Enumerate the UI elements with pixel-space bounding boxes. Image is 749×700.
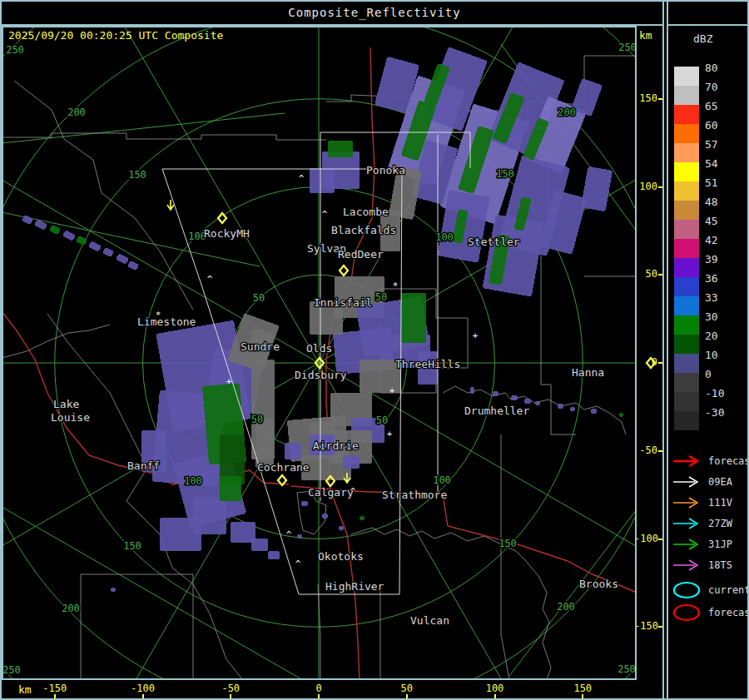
legend-row-111V: 111V: [672, 494, 732, 512]
legend-row-forecast: forecast: [672, 452, 749, 470]
reflectivity-echo: [535, 401, 540, 405]
bottom-axis-tick: [142, 694, 144, 700]
reflectivity-echo: [255, 418, 274, 468]
dbz-swatch-33: [674, 296, 699, 315]
ring-distance-label: 150: [496, 168, 514, 180]
city-label-rockymh: RockyMH: [204, 227, 250, 240]
dbz-value-label: 0: [705, 368, 738, 380]
ring-distance-label: 50: [376, 415, 388, 426]
dbz-value-label: 57: [705, 138, 738, 151]
dbz-value-label: 33: [705, 291, 738, 304]
reflectivity-echo: [558, 404, 563, 409]
legend-label: current: [708, 584, 749, 596]
legend-label: 31JP: [708, 539, 732, 550]
reflectivity-echo: [301, 501, 308, 506]
map-point-marker: ^: [299, 173, 305, 184]
reflectivity-echo: [251, 539, 268, 551]
ring-distance-label: 100: [184, 475, 202, 487]
reflectivity-echo: [297, 534, 302, 539]
reflectivity-echo: [111, 588, 116, 592]
reflectivity-echo: [470, 387, 474, 394]
dbz-swatch-39: [674, 258, 699, 277]
right-panel: dBZ 807065605754514845423936333020100-10…: [668, 26, 747, 680]
map-point-marker: ^: [350, 486, 356, 497]
dbz-swatch-36: [674, 277, 699, 296]
city-label-strathmore: Strathmore: [382, 489, 447, 501]
ring-distance-label: 50: [253, 292, 265, 304]
city-label-sundre: Sundre: [241, 340, 280, 353]
city-label-vulcan: Vulcan: [410, 614, 449, 627]
ring-distance-label: 200: [558, 107, 576, 118]
dbz-swatch-20: [674, 335, 699, 354]
bottom-axis-label: -100: [118, 683, 168, 694]
dbz-swatch-48: [674, 201, 699, 220]
track-arrow-icon: [672, 538, 703, 551]
city-label-threehills: ThreeHills: [395, 358, 460, 370]
dbz-value-label: 36: [705, 272, 738, 285]
city-label-banff: Banff: [127, 459, 160, 472]
city-label-louise: Louise: [51, 411, 90, 424]
bottom-axis-label: 0: [294, 683, 344, 694]
ring-distance-label: 100: [433, 474, 451, 486]
bottom-distance-axis: km -150-100-50050100150: [2, 680, 662, 700]
city-label-innisfail: Innisfail: [314, 296, 372, 309]
dbz-value-label: 39: [705, 253, 738, 266]
ring-distance-label: 150: [128, 169, 146, 181]
bottom-axis-label: -50: [206, 683, 255, 694]
dbz-value-label: 30: [705, 310, 738, 323]
window-title: Composite_Reflectivity: [2, 2, 747, 26]
reflectivity-echo: [591, 409, 597, 414]
right-axis-label: 150: [634, 92, 657, 104]
reflectivity-echo: [328, 141, 353, 157]
storm-ellipse-icon: [672, 603, 703, 622]
scale-title: dBZ: [693, 32, 712, 45]
dbz-swatch-54: [674, 162, 699, 181]
reflectivity-echo: [285, 443, 301, 459]
right-axis-label: 0: [634, 356, 657, 368]
city-label-drumheller: Drumheller: [464, 405, 529, 417]
bottom-axis-tick: [406, 694, 408, 700]
map-point-marker: *: [156, 310, 161, 320]
reflectivity-echo: [220, 476, 241, 501]
dbz-value-label: -10: [705, 387, 738, 400]
map-point-marker: ^: [207, 274, 213, 285]
dbz-value-label: 80: [705, 62, 738, 74]
city-label-hanna: Hanna: [572, 366, 604, 379]
city-label-lacombe: Lacombe: [343, 206, 389, 218]
ring-distance-label: 250: [618, 663, 636, 675]
dbz-value-label: 65: [705, 100, 738, 112]
city-label-cochrane: Cochrane: [257, 461, 310, 474]
dbz-swatch-70: [674, 86, 699, 105]
city-label-ponoka: Ponoka: [366, 164, 405, 176]
bottom-axis-tick: [230, 694, 231, 700]
dbz-swatch-51: [674, 181, 699, 201]
map-point-marker: +: [226, 376, 232, 387]
city-label-okotoks: Okotoks: [318, 550, 364, 563]
radar-map-canvas[interactable]: 2502001501005050100150200250501001502002…: [2, 26, 664, 680]
right-axis-label: -50: [634, 444, 657, 456]
dbz-swatch-57: [674, 143, 699, 162]
reflectivity-echo: [570, 407, 575, 411]
reflectivity-echo: [343, 455, 360, 469]
dbz-value-label: 70: [705, 81, 738, 93]
ring-distance-label: 200: [557, 601, 575, 613]
right-axis-label: -100: [634, 533, 657, 544]
track-arrow-icon: [672, 517, 703, 530]
ring-distance-label: 100: [435, 231, 454, 243]
dbz-value-label: 54: [705, 157, 738, 170]
right-distance-axis: 150100500-50-100-150: [634, 26, 664, 680]
bottom-axis-label: 50: [382, 683, 432, 694]
bottom-axis-tick: [582, 694, 583, 700]
track-arrow-icon: [672, 475, 703, 489]
dbz-swatch-45: [674, 220, 699, 239]
city-label-highriver: HighRiver: [325, 580, 384, 593]
map-point-marker: ^: [295, 559, 301, 569]
dbz-value-label: 20: [705, 330, 738, 342]
city-label-didsbury: Didsbury: [295, 369, 347, 381]
reflectivity-echo: [160, 518, 201, 551]
legend-label: forecast: [708, 455, 749, 467]
ring-distance-label: 200: [62, 603, 80, 614]
city-label-reddeer: RedDeer: [338, 248, 384, 261]
dbz-value-label: 60: [705, 119, 738, 132]
legend-label: 09EA: [708, 476, 732, 488]
